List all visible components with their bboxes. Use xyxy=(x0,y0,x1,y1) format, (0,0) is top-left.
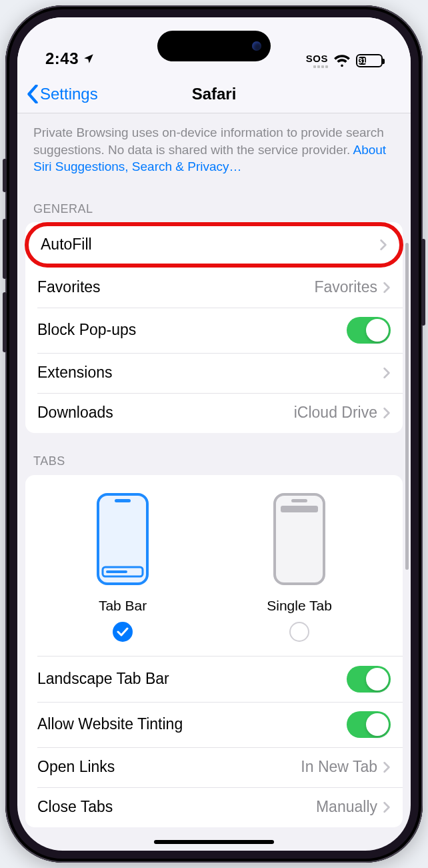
option-single-tab[interactable]: Single Tab xyxy=(267,492,332,642)
row-label: Open Links xyxy=(37,758,301,776)
row-label: Downloads xyxy=(37,404,294,422)
silence-switch[interactable] xyxy=(3,159,7,192)
row-block-popups[interactable]: Block Pop-ups xyxy=(25,308,403,353)
dynamic-island xyxy=(157,31,271,61)
row-label: AutoFill xyxy=(41,236,379,254)
tab-layout-picker: Tab Bar Single Tab xyxy=(25,475,403,657)
scrollbar[interactable] xyxy=(405,243,409,570)
chevron-right-icon xyxy=(379,239,387,251)
content-scroll[interactable]: Private Browsing uses on-device informat… xyxy=(17,113,411,827)
toggle-switch[interactable] xyxy=(347,317,391,344)
nav-bar: Settings Safari xyxy=(17,75,411,113)
back-label: Settings xyxy=(40,85,98,103)
svg-rect-5 xyxy=(291,499,307,502)
option-tab-bar[interactable]: Tab Bar xyxy=(96,492,149,642)
sos-indicator: SOS xyxy=(306,53,328,68)
row-detail: iCloud Drive xyxy=(294,404,377,422)
row-downloads[interactable]: Downloads iCloud Drive xyxy=(25,393,403,433)
row-open-links[interactable]: Open Links In New Tab xyxy=(25,747,403,787)
row-label: Extensions xyxy=(37,364,383,382)
row-extensions[interactable]: Extensions xyxy=(25,353,403,393)
screen: 2:43 SOS 31 Settings xyxy=(17,17,411,851)
checkmark-icon xyxy=(117,627,129,636)
row-detail: Favorites xyxy=(314,278,377,296)
single-tab-preview-icon xyxy=(273,492,326,586)
phone-frame: 2:43 SOS 31 Settings xyxy=(5,5,423,863)
wifi-icon xyxy=(333,54,351,67)
row-label: Close Tabs xyxy=(37,798,316,816)
chevron-right-icon xyxy=(383,282,391,294)
volume-down-button[interactable] xyxy=(3,292,7,352)
svg-rect-1 xyxy=(115,499,131,502)
section-header-general: GENERAL xyxy=(17,181,411,223)
volume-up-button[interactable] xyxy=(3,219,7,279)
row-close-tabs[interactable]: Close Tabs Manually xyxy=(25,787,403,827)
time-label: 2:43 xyxy=(45,49,79,68)
svg-rect-3 xyxy=(106,570,127,573)
status-right: SOS 31 xyxy=(306,53,383,68)
chevron-right-icon xyxy=(383,801,391,813)
svg-rect-6 xyxy=(281,506,318,512)
group-general: AutoFill Favorites Favorites Block Pop-u… xyxy=(25,222,403,433)
radio-unselected[interactable] xyxy=(289,622,309,642)
row-landscape-tab-bar[interactable]: Landscape Tab Bar xyxy=(25,657,403,702)
home-indicator[interactable] xyxy=(154,840,274,844)
power-button[interactable] xyxy=(421,239,425,326)
section-description: Private Browsing uses on-device informat… xyxy=(17,113,411,181)
chevron-right-icon xyxy=(383,407,391,419)
option-label: Single Tab xyxy=(267,598,332,614)
toggle-switch[interactable] xyxy=(347,711,391,738)
description-text: Private Browsing uses on-device informat… xyxy=(33,125,384,157)
row-label: Landscape Tab Bar xyxy=(37,670,347,688)
chevron-right-icon xyxy=(383,367,391,379)
location-icon xyxy=(83,53,95,65)
row-label: Favorites xyxy=(37,278,314,296)
chevron-left-icon xyxy=(27,85,39,103)
section-header-tabs: TABS xyxy=(17,433,411,475)
row-autofill[interactable]: AutoFill xyxy=(25,222,403,268)
sos-label: SOS xyxy=(306,53,328,64)
battery-level: 31 xyxy=(359,57,366,65)
battery-icon: 31 xyxy=(356,54,383,67)
status-time: 2:43 xyxy=(45,49,95,68)
row-label: Allow Website Tinting xyxy=(37,715,347,733)
row-label: Block Pop-ups xyxy=(37,321,347,339)
row-favorites[interactable]: Favorites Favorites xyxy=(25,268,403,308)
row-allow-website-tinting[interactable]: Allow Website Tinting xyxy=(25,702,403,747)
row-detail: Manually xyxy=(316,798,377,816)
svg-rect-0 xyxy=(98,494,147,584)
row-detail: In New Tab xyxy=(301,758,377,776)
back-button[interactable]: Settings xyxy=(27,85,98,103)
option-label: Tab Bar xyxy=(96,598,149,614)
group-tabs: Tab Bar Single Tab xyxy=(25,475,403,827)
radio-selected[interactable] xyxy=(113,622,133,642)
chevron-right-icon xyxy=(383,761,391,773)
toggle-switch[interactable] xyxy=(347,666,391,693)
tab-bar-preview-icon xyxy=(96,492,149,586)
